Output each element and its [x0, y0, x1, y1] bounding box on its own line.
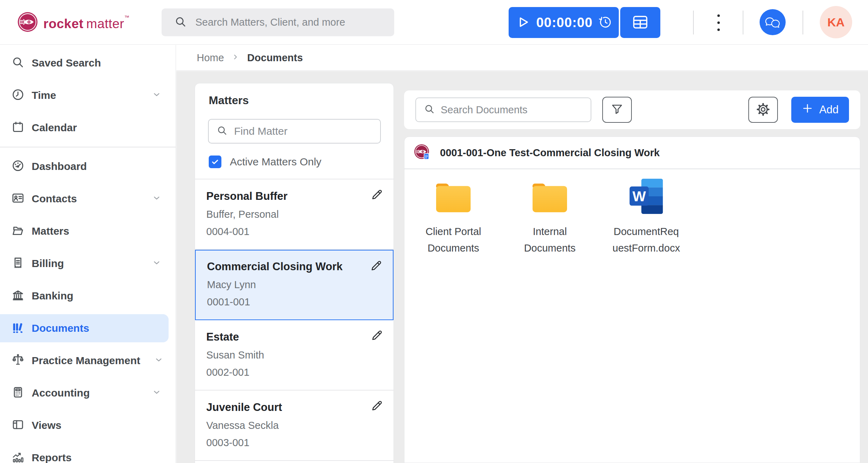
plus-icon — [801, 102, 813, 117]
layout-icon — [11, 418, 25, 433]
matter-list-item[interactable]: Personal Buffer Buffer, Personal 0004-00… — [195, 179, 394, 250]
folder-icon — [529, 178, 571, 215]
play-icon — [515, 14, 530, 31]
sidebar-item-contacts[interactable]: Contacts — [0, 183, 176, 215]
history-icon — [598, 15, 612, 30]
id-card-icon — [11, 191, 25, 206]
sidebar-item-views[interactable]: Views — [0, 409, 176, 442]
sidebar-item-time[interactable]: Time — [0, 79, 176, 112]
matter-list-item[interactable]: Juvenile Court Vanessa Seckla 0003-001 — [195, 391, 394, 461]
breadcrumb-home-link[interactable]: Home — [197, 52, 224, 64]
calendar-icon — [11, 120, 25, 135]
checkbox-label: Active Matters Only — [230, 156, 321, 168]
timer-button[interactable]: 00:00:00 — [509, 7, 619, 38]
gear-icon — [756, 102, 770, 118]
sidebar-item-billing[interactable]: Billing — [0, 247, 176, 280]
edit-pencil-icon[interactable] — [370, 188, 384, 202]
matter-name: Commercial Closing Work — [207, 260, 393, 273]
settings-button[interactable] — [748, 97, 778, 123]
timer-value: 00:00:00 — [536, 15, 592, 30]
matter-header-row: 0001-001-One Test-Commercial Closing Wor… — [404, 137, 860, 169]
matter-client: Susan Smith — [206, 349, 394, 361]
chart-icon — [11, 450, 25, 463]
search-icon — [174, 15, 187, 30]
document-search[interactable] — [415, 97, 591, 122]
matter-client: Macy Lynn — [207, 279, 393, 291]
document-search-input[interactable] — [441, 104, 578, 116]
document-tiles: Client Portal Documents Internal Documen… — [404, 169, 860, 256]
svg-text:W: W — [633, 188, 646, 204]
word-file-tile[interactable]: W DocumentReq uestForm.docx — [602, 178, 690, 256]
matter-number: 0003-001 — [206, 437, 394, 449]
sidebar-item-saved-search[interactable]: Saved Search — [0, 47, 176, 79]
edit-pencil-icon[interactable] — [370, 399, 384, 413]
avatar-initials: KA — [827, 15, 844, 29]
matter-list-item-selected[interactable]: Commercial Closing Work Macy Lynn 0001-0… — [195, 250, 394, 320]
matter-title: 0001-001-One Test-Commercial Closing Wor… — [440, 147, 660, 159]
matters-list: Personal Buffer Buffer, Personal 0004-00… — [195, 179, 394, 461]
sidebar-item-reports[interactable]: Reports — [0, 442, 176, 463]
matter-number: 0002-001 — [206, 367, 394, 378]
top-header: rocketmatter™ 00:00:00 — [0, 0, 868, 45]
matter-number: 0004-001 — [206, 226, 394, 237]
sidebar-item-accounting[interactable]: Accounting — [0, 377, 176, 409]
chevron-down-icon — [154, 355, 164, 366]
matter-name: Estate — [206, 331, 394, 343]
header-divider — [743, 11, 743, 34]
chat-button[interactable] — [760, 9, 786, 35]
books-icon — [11, 321, 25, 336]
sidebar-item-practice-management[interactable]: Practice Management — [0, 344, 176, 377]
word-file-icon: W — [628, 178, 665, 215]
folder-label: Internal Documents — [524, 223, 576, 256]
rocket-matter-logo[interactable]: rocketmatter™ — [17, 11, 129, 34]
content-area: Matters Active Matters Only Personal Buf… — [176, 71, 868, 463]
sidebar-item-calendar[interactable]: Calendar — [0, 112, 176, 144]
matter-logo-icon — [413, 143, 431, 162]
find-matter-input[interactable] — [234, 125, 368, 137]
table-grid-icon — [630, 13, 650, 32]
open-folder-icon — [11, 224, 25, 239]
sidebar-item-banking[interactable]: Banking — [0, 280, 176, 312]
filter-button[interactable] — [602, 97, 632, 123]
chat-bubbles-icon — [764, 13, 781, 31]
calculator-icon — [11, 386, 25, 400]
scales-icon — [11, 353, 25, 368]
clock-icon — [11, 88, 25, 103]
sidebar-item-documents[interactable]: Documents — [0, 314, 169, 342]
header-divider — [693, 11, 694, 34]
sidebar-item-matters[interactable]: Matters — [0, 215, 176, 247]
user-avatar[interactable]: KA — [820, 6, 852, 38]
folder-label: Client Portal Documents — [426, 223, 481, 256]
chevron-down-icon — [152, 193, 162, 204]
search-icon — [424, 103, 435, 116]
active-matters-only-checkbox[interactable]: Active Matters Only — [209, 156, 394, 168]
sidebar-nav: Saved Search Time Calendar Dashboard Con… — [0, 45, 176, 463]
bank-icon — [11, 288, 25, 303]
add-document-button[interactable]: Add — [791, 97, 849, 123]
global-search-input[interactable] — [195, 17, 378, 28]
sidebar-item-dashboard[interactable]: Dashboard — [0, 150, 176, 183]
rocket-logo-icon — [17, 11, 38, 34]
folder-tile[interactable]: Client Portal Documents — [409, 178, 497, 256]
global-search[interactable] — [162, 8, 394, 36]
documents-panel: 0001-001-One Test-Commercial Closing Wor… — [404, 137, 860, 463]
funnel-icon — [610, 102, 624, 118]
matter-client: Buffer, Personal — [206, 209, 394, 220]
documents-toolbar: Add — [404, 90, 860, 129]
more-options-button[interactable] — [712, 9, 725, 36]
chevron-down-icon — [152, 387, 162, 399]
matter-list-item[interactable]: Estate Susan Smith 0002-001 — [195, 320, 394, 391]
receipt-icon — [11, 256, 25, 271]
edit-pencil-icon[interactable] — [370, 259, 383, 273]
breadcrumb-current: Documents — [247, 52, 303, 64]
matter-number: 0001-001 — [207, 296, 393, 308]
matter-name: Personal Buffer — [206, 190, 394, 203]
header-divider — [803, 11, 803, 34]
chevron-right-icon — [232, 53, 239, 62]
folder-tile[interactable]: Internal Documents — [506, 178, 594, 256]
edit-pencil-icon[interactable] — [370, 329, 384, 343]
checkbox-checked-icon[interactable] — [209, 156, 221, 168]
time-grid-button[interactable] — [620, 7, 660, 38]
find-matter-search[interactable] — [208, 119, 381, 144]
breadcrumb: Home Documents — [176, 45, 868, 71]
